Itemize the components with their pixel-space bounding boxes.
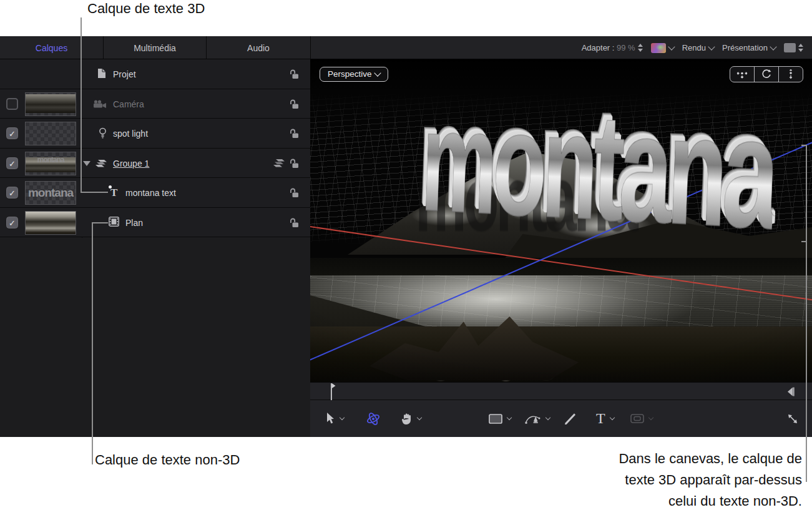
pen-tool-chevron-icon[interactable] [545,415,550,420]
lock-open-icon[interactable] [289,129,300,139]
render-menu[interactable]: Rendu [682,43,714,52]
annotation-line-top-vertical [81,17,82,193]
paint-brush-tool[interactable] [564,412,577,426]
expand-view-icon[interactable] [787,413,798,424]
canvas-toolbar: T [310,400,812,437]
layer-name: Groupe 1 [113,159,149,169]
lock-open-icon[interactable] [289,159,300,169]
layer-checkbox-checked[interactable] [6,217,18,228]
3d-transform-tool-active[interactable] [365,411,381,426]
annotation-non-3d-text-layer: Calque de texte non-3D [95,453,240,467]
layer-name: Plan [125,218,143,228]
annotation-bracket-cap-bottom [801,241,807,242]
hand-tool-chevron-icon[interactable] [417,415,422,420]
screenshot-root: { "annotations": { "top": "Calque de tex… [0,0,812,515]
layers-stack-icon [273,159,285,168]
select-tool-chevron-icon[interactable] [340,415,345,420]
gray-swatch-icon [784,43,796,52]
panel-canvas-separator [310,36,311,59]
color-channels-icon [651,43,666,53]
annotation-line-plan-vertical [92,222,93,464]
camera-view-menu[interactable]: Perspective [320,67,388,82]
canvas-header-controls: Adapter : 99 % Rendu Présentation [582,36,812,59]
group-thumbnail[interactable]: montana [25,152,76,175]
project-document-icon [97,68,106,79]
mask-tool-chevron-icon [648,415,653,420]
orbit-view-button[interactable] [754,67,778,82]
annotation-line-plan-horizontal [92,222,108,223]
chevron-down-icon [708,43,715,50]
tab-multimedia[interactable]: Multimédia [104,36,206,59]
layer-name: Caméra [113,99,144,109]
canvas-scene[interactable]: montana montana montana Perspective [310,59,812,382]
playhead-marker[interactable] [328,383,336,400]
annotation-3d-text-layer: Calque de texte 3D [87,2,205,16]
camera-layer-thumbnail[interactable] [25,92,76,116]
disclosure-triangle-icon[interactable] [83,161,90,166]
montana-text-thumbnail[interactable]: montana [25,181,76,205]
zoom-stepper[interactable] [638,44,643,52]
layer-row-spot-light[interactable]: spot light [0,119,310,149]
3d-view-tools [730,66,803,82]
light-icon [98,127,107,139]
annotation-canvas-note: Dans le canevas, le calque de texte 3D a… [509,448,802,512]
chevron-down-icon [374,69,381,76]
layer-name: montana text [125,188,176,198]
motion-app-window: Calques Multimédia Audio Adapter : 99 % … [0,36,812,437]
mini-timeline[interactable] [310,382,812,400]
layer-checkbox-checked[interactable] [6,157,18,169]
layer-row-plan[interactable]: Plan [0,208,310,238]
layer-row-montana-text[interactable]: montana T montana text [0,178,310,208]
shape-tool-chevron-icon[interactable] [507,415,512,420]
zoom-value: 99 % [617,43,635,52]
group-layers-icon [95,160,107,167]
plan-thumbnail[interactable] [25,211,76,235]
select-tool[interactable] [325,413,335,425]
layer-checkbox-checked[interactable] [6,187,18,199]
layer-row-groupe-1[interactable]: montana Groupe 1 [0,149,310,179]
pan-hand-tool[interactable] [401,413,413,425]
bezier-pen-tool[interactable] [525,413,541,425]
text-tool[interactable]: T [596,410,605,427]
zoom-control[interactable]: Adapter : 99 % [582,43,643,52]
pan-view-button[interactable] [730,67,754,82]
mask-tool-disabled [630,414,644,423]
lock-open-icon[interactable] [289,99,300,109]
background-color-menu[interactable] [784,43,803,52]
tab-calques[interactable]: Calques [0,36,103,59]
layer-checkbox-unchecked[interactable] [6,98,18,110]
swatch-stepper [798,44,803,52]
text-tool-chevron-icon[interactable] [609,415,614,420]
canvas-area: montana montana montana Perspective [310,59,812,437]
end-marker[interactable] [788,387,795,396]
layer-name: Projet [113,69,136,79]
text-3d-face: montana [419,79,777,262]
lock-open-icon[interactable] [289,69,300,79]
adapter-label: Adapter : [582,43,615,52]
rocky-foreground [310,326,812,382]
annotation-bracket-cap-top [801,145,807,146]
layers-panel: Projet Caméra [0,59,310,437]
lock-open-icon[interactable] [289,218,300,228]
annotation-line-top-horizontal [81,192,108,193]
lock-open-icon[interactable] [289,188,300,198]
layer-checkbox-checked[interactable] [6,127,18,139]
annotation-bracket-vertical [806,145,807,482]
layer-row-camera[interactable]: Caméra [0,89,310,119]
presentation-menu[interactable]: Présentation [722,43,776,52]
layer-name: spot light [113,129,148,139]
channel-display-menu[interactable] [651,43,674,53]
camera-icon [93,100,107,108]
film-layer-icon [109,217,119,227]
header-bar: Calques Multimédia Audio Adapter : 99 % … [0,36,812,59]
dolly-view-button[interactable] [778,67,803,82]
shape-rectangle-tool[interactable] [489,414,502,424]
tab-audio[interactable]: Audio [207,36,310,59]
layer-row-projet[interactable]: Projet [0,59,310,89]
text-3d-icon: T [109,187,119,199]
chevron-down-icon [668,43,675,50]
spot-light-thumbnail[interactable] [25,122,76,145]
text-3d-object[interactable]: montana montana [419,88,777,253]
chevron-down-icon [770,43,776,50]
